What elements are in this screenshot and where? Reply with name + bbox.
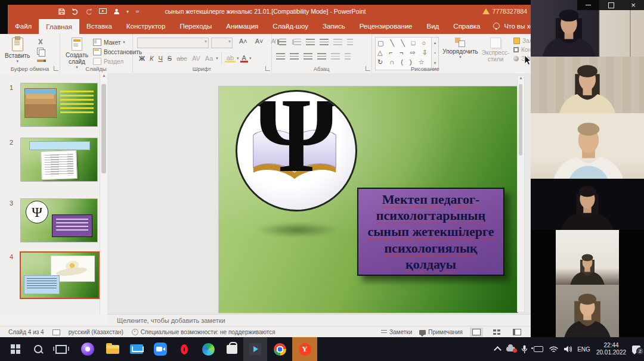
decrease-indent-icon[interactable]: [306, 39, 315, 45]
tab-view[interactable]: Вид: [420, 18, 447, 34]
taskbar-app-zoom[interactable]: [149, 337, 172, 361]
shapes-gallery-scroll[interactable]: ▴▪▾: [431, 37, 439, 69]
minimize-icon[interactable]: [586, 5, 591, 6]
shrink-font-icon[interactable]: А˅: [253, 38, 265, 45]
tab-file[interactable]: Файл: [8, 18, 39, 34]
tray-language-indicator[interactable]: ENG: [575, 337, 593, 361]
slide-thumbnail-4-selected[interactable]: [20, 251, 100, 299]
bullets-icon[interactable]: [279, 39, 286, 45]
taskbar-app-opera[interactable]: [173, 337, 196, 361]
tab-home[interactable]: Главная: [39, 19, 79, 34]
tray-sync-error[interactable]: [503, 337, 518, 361]
text-direction-icon[interactable]: [347, 39, 353, 45]
align-center-icon[interactable]: [290, 53, 299, 60]
numbering-icon[interactable]: [294, 39, 301, 45]
save-icon[interactable]: [58, 8, 65, 15]
justify-icon[interactable]: [317, 53, 326, 60]
tab-review[interactable]: Рецензирование: [352, 18, 420, 34]
slides-group-label: Слайды: [60, 66, 132, 72]
notes-pane[interactable]: Щелкните, чтобы добавить заметки: [107, 314, 531, 326]
thumbnail-scrollbar[interactable]: ▲: [100, 73, 108, 314]
tab-insert[interactable]: Вставка: [79, 18, 119, 34]
taskbar-app-chrome[interactable]: [268, 337, 291, 361]
tray-microphone[interactable]: [518, 337, 531, 361]
tray-device[interactable]: [531, 337, 546, 361]
taskbar-app-mail[interactable]: [125, 337, 148, 361]
tray-wifi[interactable]: [546, 337, 561, 361]
slide-thumbnail-3[interactable]: Ψ: [20, 198, 98, 242]
slide-thumbnail-1[interactable]: [20, 83, 98, 127]
character-spacing-button[interactable]: AV: [190, 55, 202, 62]
paragraph-dialog-launcher-icon[interactable]: [366, 66, 370, 71]
format-painter-icon[interactable]: [37, 60, 44, 62]
new-slide-button[interactable]: Создать слайд ▾: [63, 38, 91, 69]
taskbar-app-alice[interactable]: [76, 337, 99, 361]
accessibility-status[interactable]: Специальные возможности: не поддерживают…: [132, 329, 275, 335]
italic-button[interactable]: К: [148, 55, 155, 62]
quick-styles-button[interactable]: Экспресс-стили: [480, 38, 511, 63]
tab-design[interactable]: Конструктор: [119, 18, 173, 34]
slide-thumbnail-2[interactable]: [20, 138, 98, 182]
line-spacing-icon[interactable]: [333, 39, 342, 45]
tab-slideshow[interactable]: Слайд-шоу: [265, 18, 315, 34]
slide-title-box[interactable]: Мектеп педагог-психологтарының сынып жет…: [357, 188, 504, 276]
psi-logo-image[interactable]: Ψ: [236, 90, 357, 211]
copy-icon[interactable]: [37, 48, 44, 55]
comments-toggle-button[interactable]: Примечания: [419, 329, 463, 335]
tray-volume[interactable]: [561, 337, 575, 361]
start-button[interactable]: [5, 337, 26, 361]
canvas-scrollbar[interactable]: ▲: [517, 75, 525, 312]
participant-video-frame: [556, 285, 619, 337]
taskbar-app-yandex-active[interactable]: Y: [292, 337, 317, 361]
slide-canvas[interactable]: Ψ Мектеп педагог-психологтарының сынып ж…: [219, 86, 518, 313]
layout-label: Макет: [104, 39, 120, 46]
tray-show-hidden-icons[interactable]: [491, 337, 503, 361]
redo-icon[interactable]: [85, 8, 92, 15]
underline-button[interactable]: Ч: [156, 55, 164, 62]
font-color-button[interactable]: А: [240, 55, 248, 63]
close-icon[interactable]: ×: [631, 2, 636, 8]
language-indicator[interactable]: русский (Казахстан): [69, 329, 123, 335]
slide-sorter-view-button[interactable]: [490, 328, 503, 337]
task-view-button[interactable]: [50, 337, 72, 361]
taskbar-app-films-active[interactable]: [243, 337, 267, 361]
font-dialog-launcher-icon[interactable]: [265, 66, 270, 71]
change-case-button[interactable]: Аа: [203, 55, 215, 62]
smartart-convert-icon[interactable]: [345, 53, 351, 60]
grow-font-icon[interactable]: А˄: [237, 38, 249, 45]
psi-symbol: Ψ: [237, 90, 355, 194]
tab-record[interactable]: Запись: [315, 18, 352, 34]
notes-toggle-button[interactable]: Заметки: [381, 329, 412, 335]
undo-icon[interactable]: [72, 8, 79, 15]
align-left-icon[interactable]: [276, 53, 285, 60]
font-name-combobox[interactable]: [137, 38, 209, 48]
tab-transitions[interactable]: Переходы: [172, 18, 219, 34]
cut-icon[interactable]: [37, 39, 44, 45]
columns-icon[interactable]: [331, 53, 340, 60]
action-center-button[interactable]: 2: [628, 337, 644, 361]
tray-clock[interactable]: 22:44 20.01.2022: [594, 337, 628, 361]
arrange-button[interactable]: Упорядочить ▾: [442, 38, 479, 58]
bold-button[interactable]: Ж: [137, 55, 147, 62]
font-size-combobox[interactable]: [211, 38, 233, 48]
increase-indent-icon[interactable]: [320, 39, 329, 45]
reading-view-button[interactable]: [510, 328, 524, 337]
display-settings-icon[interactable]: [52, 329, 60, 335]
clipboard-dialog-launcher-icon[interactable]: [54, 66, 58, 71]
warning-icon: [482, 8, 490, 14]
taskbar-app-store[interactable]: [221, 337, 243, 361]
shadow-button[interactable]: abc: [175, 55, 189, 62]
search-button[interactable]: [27, 337, 49, 361]
align-right-icon[interactable]: [304, 53, 312, 60]
tab-animations[interactable]: Анимация: [219, 18, 265, 34]
tab-help[interactable]: Справка: [446, 18, 487, 34]
taskbar-app-explorer[interactable]: [101, 337, 124, 361]
normal-view-button[interactable]: [470, 328, 483, 337]
section-button[interactable]: Раздел: [93, 58, 123, 65]
restore-icon[interactable]: [608, 2, 614, 8]
layout-button[interactable]: Макет ▾: [93, 39, 125, 46]
highlight-color-icon[interactable]: ab: [225, 55, 236, 63]
strikethrough-button[interactable]: S: [166, 55, 174, 62]
taskbar-app-edge[interactable]: [197, 337, 219, 361]
paste-button[interactable]: Вставить ▾: [5, 38, 30, 63]
